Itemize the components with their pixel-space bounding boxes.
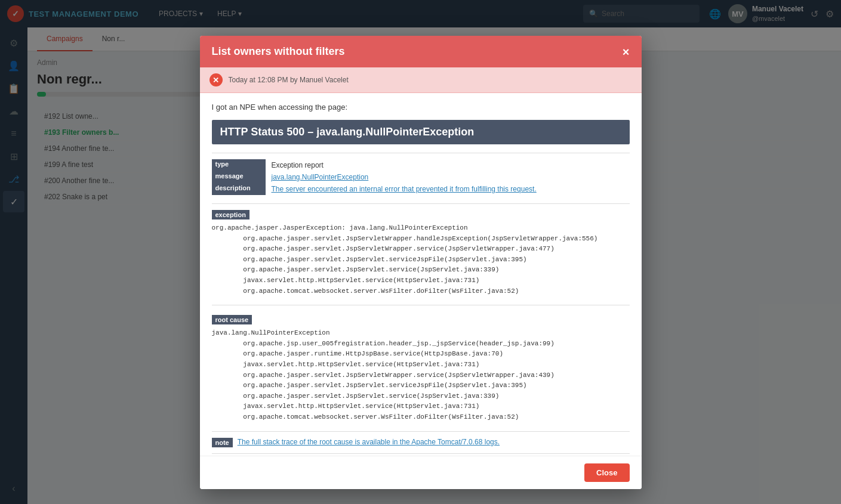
modal: List owners without filters × ✕ Today at… [200,36,642,489]
error-detail-table: type Exception report message java.lang.… [212,159,630,195]
http-status-block: HTTP Status 500 – java.lang.NullPointerE… [212,120,630,144]
error-icon: ✕ [210,73,223,86]
table-row: type Exception report [212,159,630,171]
modal-body[interactable]: I got an NPE when accessing the page: HT… [200,93,642,456]
note-label: note [212,438,233,447]
root-cause-section: root cause java.lang.NullPointerExceptio… [212,311,630,422]
note-text[interactable]: The full stack trace of the root cause i… [238,438,500,446]
root-cause-label: root cause [212,315,252,324]
exception-label: exception [212,210,249,219]
table-row: message java.lang.NullPointerException [212,171,630,183]
description-label: description [212,183,266,195]
table-row: description The server encountered an in… [212,183,630,195]
modal-close-button[interactable]: × [623,46,630,58]
error-timestamp: Today at 12:08 PM by Manuel Vacelet [229,76,349,84]
note-row: note The full stack trace of the root ca… [212,438,630,447]
exception-section: exception org.apache.jasper.JasperExcept… [212,210,630,296]
description-value: The server encountered an internal error… [266,183,630,195]
close-button[interactable]: Close [584,463,629,482]
message-value: java.lang.NullPointerException [266,171,630,183]
modal-title: List owners without filters [212,45,345,58]
modal-header: List owners without filters × [200,36,642,67]
exception-stack: org.apache.jasper.JasperException: java.… [212,223,630,296]
modal-error-bar: ✕ Today at 12:08 PM by Manuel Vacelet [200,67,642,93]
message-label: message [212,171,266,183]
type-label: type [212,159,266,171]
modal-intro-text: I got an NPE when accessing the page: [212,103,630,112]
modal-footer: Close [200,456,642,489]
type-value: Exception report [266,159,630,171]
modal-overlay: List owners without filters × ✕ Today at… [0,0,841,504]
root-cause-stack: java.lang.NullPointerException org.apach… [212,328,630,422]
